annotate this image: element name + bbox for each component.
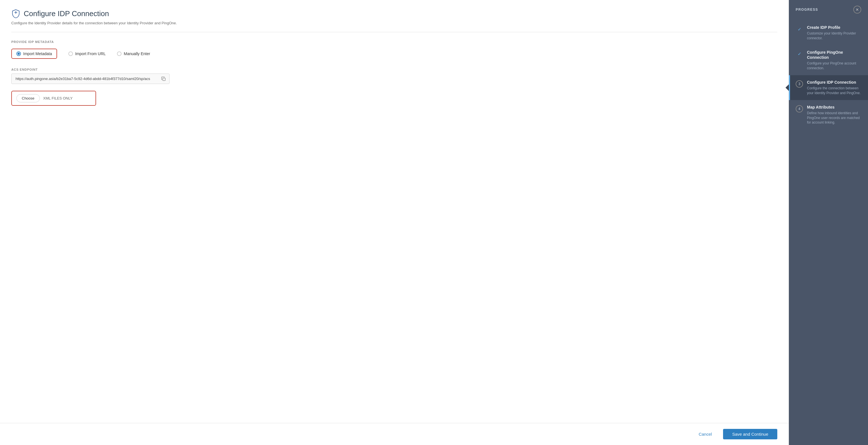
acs-label: ACS ENDPOINT: [11, 68, 777, 71]
main-panel: Configure IDP Connection Configure the I…: [0, 0, 789, 445]
close-button[interactable]: ✕: [853, 6, 861, 13]
step-1-icon: ✓: [796, 25, 803, 33]
step-2-icon: ✓: [796, 50, 803, 58]
page-header: Configure IDP Connection: [11, 9, 777, 18]
sidebar-header: PROGRESS ✕: [789, 0, 868, 18]
step-4-name: Map Attributes: [807, 105, 861, 110]
sidebar-title: PROGRESS: [796, 8, 818, 11]
acs-input-wrapper: [11, 73, 169, 84]
sidebar-step-1[interactable]: ✓ Create IDP Profile Customize your Iden…: [789, 20, 868, 45]
radio-label-import-metadata: Import Metadata: [23, 52, 52, 56]
step-1-name: Create IDP Profile: [807, 25, 861, 30]
sidebar-step-3[interactable]: 3 Configure IDP Connection Configure the…: [789, 75, 868, 100]
choose-file-button[interactable]: Choose: [17, 94, 40, 102]
radio-input-import-metadata[interactable]: [17, 52, 21, 56]
step-4-icon: 4: [796, 105, 803, 113]
sidebar-arrow: [785, 84, 789, 91]
step-1-desc: Customize your Identity Provider connect…: [807, 31, 861, 41]
content-area: Configure IDP Connection Configure the I…: [0, 0, 788, 423]
shield-icon: [11, 9, 20, 18]
step-2-content: Configure PingOne Connection Configure y…: [807, 50, 861, 71]
acs-endpoint-input[interactable]: [11, 74, 158, 84]
step-2-desc: Configure your PingOne account connectio…: [807, 61, 861, 71]
step-3-name: Configure IDP Connection: [807, 80, 861, 85]
step-2-name: Configure PingOne Connection: [807, 50, 861, 60]
radio-import-metadata[interactable]: Import Metadata: [11, 49, 57, 59]
sidebar-steps: ✓ Create IDP Profile Customize your Iden…: [789, 18, 868, 445]
radio-label-import-url: Import From URL: [75, 52, 106, 56]
step-1-content: Create IDP Profile Customize your Identi…: [807, 25, 861, 41]
radio-label-manually-enter: Manually Enter: [124, 52, 150, 56]
save-continue-button[interactable]: Save and Continue: [723, 429, 777, 439]
radio-input-manually-enter[interactable]: [117, 52, 122, 56]
radio-group: Import Metadata Import From URL Manually…: [11, 49, 777, 59]
radio-input-import-url[interactable]: [68, 52, 73, 56]
step-4-content: Map Attributes Define how inbound identi…: [807, 105, 861, 125]
close-icon: ✕: [856, 7, 859, 12]
xml-only-label: XML FILES ONLY: [43, 96, 73, 100]
acs-section: ACS ENDPOINT: [11, 68, 777, 84]
step-3-content: Configure IDP Connection Configure the c…: [807, 80, 861, 95]
page-title: Configure IDP Connection: [24, 9, 109, 18]
file-upload-area[interactable]: Choose XML FILES ONLY: [11, 91, 96, 106]
cancel-button[interactable]: Cancel: [692, 429, 719, 439]
step-3-desc: Configure the connection between your Id…: [807, 86, 861, 95]
page-subtitle: Configure the Identity Provider details …: [11, 21, 777, 25]
footer-bar: Cancel Save and Continue: [0, 423, 788, 445]
radio-import-url[interactable]: Import From URL: [68, 49, 106, 59]
sidebar: PROGRESS ✕ ✓ Create IDP Profile Customiz…: [789, 0, 868, 445]
header-divider: [11, 32, 777, 32]
step-4-desc: Define how inbound identities and PingOn…: [807, 111, 861, 125]
sidebar-step-2[interactable]: ✓ Configure PingOne Connection Configure…: [789, 45, 868, 75]
copy-icon-button[interactable]: [158, 75, 169, 83]
metadata-section-label: PROVIDE IDP METADATA: [11, 40, 777, 43]
svg-rect-0: [163, 78, 165, 81]
metadata-section: PROVIDE IDP METADATA Import Metadata Imp…: [11, 40, 777, 59]
sidebar-step-4[interactable]: 4 Map Attributes Define how inbound iden…: [789, 100, 868, 130]
radio-manually-enter[interactable]: Manually Enter: [117, 49, 150, 59]
step-3-icon: 3: [796, 80, 803, 88]
